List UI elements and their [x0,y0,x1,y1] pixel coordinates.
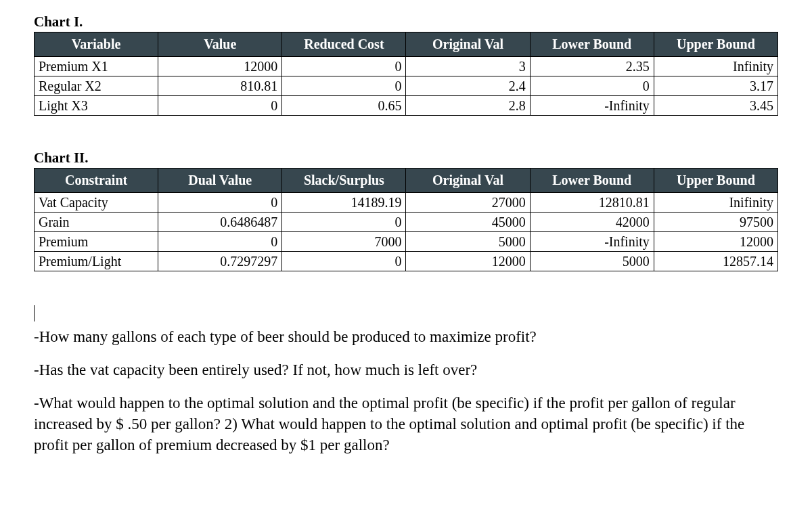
cell-constraint: Vat Capacity [35,193,158,213]
cell-slack-surplus: 0 [282,213,406,232]
cell-dual-value: 0 [158,193,282,213]
cell-upper-bound: 97500 [654,213,777,232]
cell-dual-value: 0.6486487 [158,213,282,232]
cell-lower-bound: -Infinity [530,232,654,252]
chart1-header: Value [158,32,282,57]
text-cursor [34,305,35,321]
cell-lower-bound: 12810.81 [530,193,654,213]
chart1-header: Original Val [406,32,530,57]
cell-upper-bound: Inifinity [654,193,777,213]
chart2-header: Slack/Surplus [282,169,406,193]
cell-original-val: 2.4 [406,76,530,96]
table-row: Vat Capacity 0 14189.19 27000 12810.81 I… [35,193,778,213]
cell-reduced-cost: 0 [282,57,406,76]
cell-constraint: Premium/Light [35,252,158,271]
questions-block: -How many gallons of each type of beer s… [34,305,778,455]
cell-original-val: 3 [406,57,530,76]
chart2-title: Chart II. [34,150,778,166]
cell-variable: Premium X1 [35,57,158,76]
chart2-header: Dual Value [158,169,282,193]
cell-upper-bound: 12857.14 [654,252,777,271]
cell-original-val: 5000 [406,232,530,252]
cell-lower-bound: 5000 [530,252,654,271]
cell-dual-value: 0 [158,232,282,252]
cell-lower-bound: 0 [530,76,654,96]
cell-original-val: 2.8 [406,96,530,116]
chart1-header-row: Variable Value Reduced Cost Original Val… [35,32,778,57]
cell-variable: Regular X2 [35,76,158,96]
cell-original-val: 27000 [406,193,530,213]
chart1-header: Variable [35,32,158,57]
cell-variable: Light X3 [35,96,158,116]
cell-value: 0 [158,96,282,116]
cell-slack-surplus: 7000 [282,232,406,252]
table-row: Premium X1 12000 0 3 2.35 Infinity [35,57,778,76]
chart2-header: Upper Bound [654,169,777,193]
question-3: -What would happen to the optimal soluti… [34,393,778,455]
cell-original-val: 45000 [406,213,530,232]
question-2: -Has the vat capacity been entirely used… [34,359,778,380]
cell-reduced-cost: 0.65 [282,96,406,116]
cell-dual-value: 0.7297297 [158,252,282,271]
cell-original-val: 12000 [406,252,530,271]
chart2-header: Constraint [35,169,158,193]
chart1-header: Lower Bound [530,32,654,57]
question-1: -How many gallons of each type of beer s… [34,326,778,347]
cell-upper-bound: 3.45 [654,96,777,116]
chart1-header: Reduced Cost [282,32,406,57]
chart2-header: Original Val [406,169,530,193]
table-row: Premium/Light 0.7297297 0 12000 5000 128… [35,252,778,271]
chart1-title: Chart I. [34,14,778,30]
chart2-table: Constraint Dual Value Slack/Surplus Orig… [34,168,778,271]
cell-constraint: Premium [35,232,158,252]
chart2-header-row: Constraint Dual Value Slack/Surplus Orig… [35,169,778,193]
cell-upper-bound: 12000 [654,232,777,252]
table-row: Premium 0 7000 5000 -Infinity 12000 [35,232,778,252]
cell-value: 12000 [158,57,282,76]
cell-value: 810.81 [158,76,282,96]
cell-upper-bound: Infinity [654,57,777,76]
chart2-header: Lower Bound [530,169,654,193]
cell-upper-bound: 3.17 [654,76,777,96]
cell-lower-bound: 42000 [530,213,654,232]
table-row: Light X3 0 0.65 2.8 -Infinity 3.45 [35,96,778,116]
chart1-header: Upper Bound [654,32,777,57]
table-row: Regular X2 810.81 0 2.4 0 3.17 [35,76,778,96]
cell-slack-surplus: 0 [282,252,406,271]
cell-lower-bound: -Infinity [530,96,654,116]
cell-constraint: Grain [35,213,158,232]
cell-lower-bound: 2.35 [530,57,654,76]
cell-reduced-cost: 0 [282,76,406,96]
cell-slack-surplus: 14189.19 [282,193,406,213]
table-row: Grain 0.6486487 0 45000 42000 97500 [35,213,778,232]
chart1-table: Variable Value Reduced Cost Original Val… [34,32,778,116]
